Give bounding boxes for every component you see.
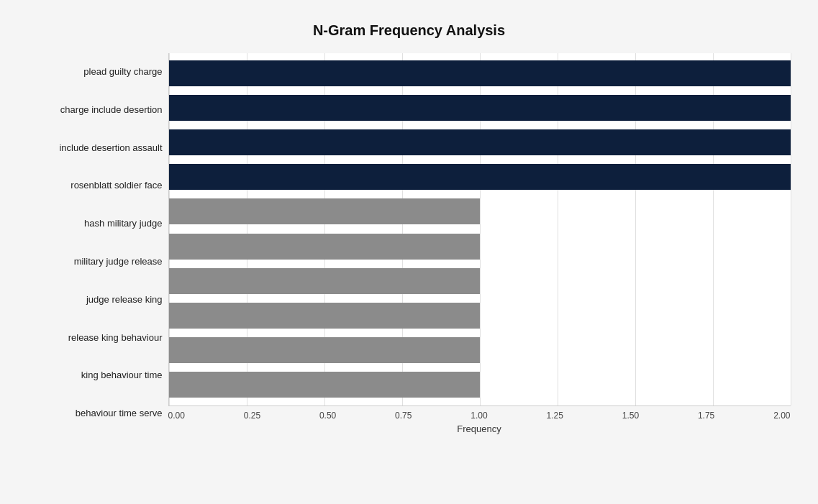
bar	[169, 234, 480, 260]
x-axis-label: Frequency	[168, 423, 791, 434]
y-label: charge include desertion	[60, 91, 163, 129]
bar	[169, 164, 791, 190]
bar	[169, 129, 791, 155]
bar	[169, 372, 480, 398]
chart-title: N-Gram Frequency Analysis	[28, 22, 791, 39]
chart-container: N-Gram Frequency Analysis plead guilty c…	[14, 8, 805, 497]
x-tick: 0.25	[244, 411, 260, 421]
y-label: judge release king	[86, 280, 163, 319]
y-label: release king behaviour	[68, 319, 163, 357]
y-label: military judge release	[74, 242, 163, 280]
x-tick: 0.50	[319, 411, 336, 421]
x-tick: 1.50	[622, 411, 639, 421]
x-axis: 0.000.250.500.751.001.251.501.752.00	[168, 406, 791, 421]
bars-area	[168, 53, 791, 406]
bar-row	[169, 264, 791, 298]
x-tick: 0.00	[168, 411, 185, 421]
bar	[169, 95, 791, 121]
chart-area: plead guilty chargecharge include desert…	[28, 53, 791, 434]
y-labels: plead guilty chargecharge include desert…	[28, 53, 168, 434]
x-tick: 1.00	[471, 411, 487, 421]
bar-row	[169, 125, 791, 160]
x-tick: 1.25	[547, 411, 563, 421]
y-label: plead guilty charge	[83, 53, 162, 91]
bar-row	[169, 160, 791, 194]
y-label: include desertion assault	[59, 129, 162, 167]
bar-row	[169, 56, 791, 91]
y-label: king behaviour time	[81, 357, 163, 395]
bars-and-xaxis: 0.000.250.500.751.001.251.501.752.00 Fre…	[168, 53, 791, 434]
bar-row	[169, 91, 791, 125]
x-tick: 1.75	[698, 411, 714, 421]
grid-line	[791, 53, 791, 406]
y-label: rosenblatt soldier face	[71, 167, 162, 205]
bar-row	[169, 229, 791, 264]
bar-row	[169, 298, 791, 333]
bar-row	[169, 194, 791, 229]
bar	[169, 337, 480, 363]
bar	[169, 198, 480, 224]
bar-row	[169, 367, 791, 402]
bars-rows	[169, 53, 791, 406]
bar	[169, 60, 791, 86]
bar	[169, 268, 480, 294]
bar-row	[169, 333, 791, 367]
y-label: behaviour time serve	[76, 395, 163, 433]
x-tick: 2.00	[773, 411, 790, 421]
y-label: hash military judge	[84, 205, 162, 243]
bar	[169, 303, 480, 329]
x-tick: 0.75	[395, 411, 412, 421]
